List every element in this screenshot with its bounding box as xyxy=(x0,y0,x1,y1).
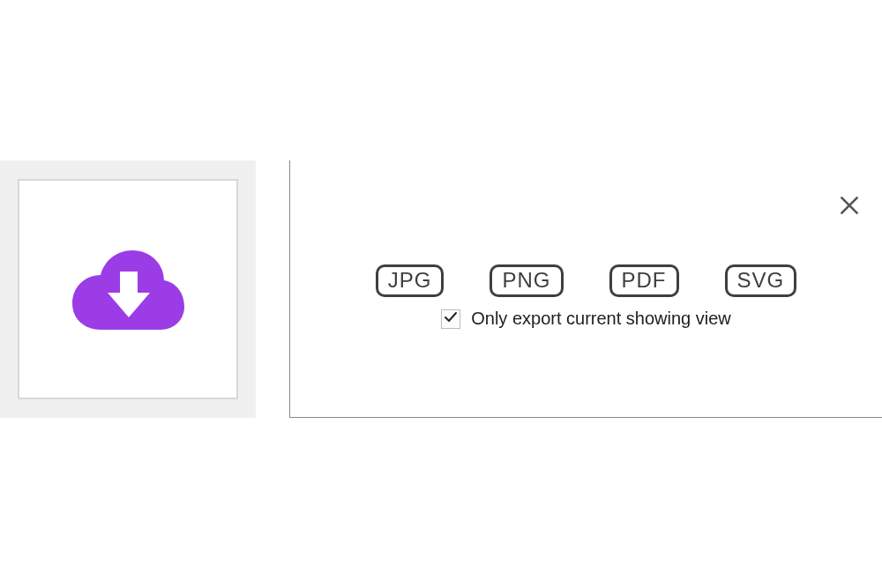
export-format-svg[interactable]: SVG xyxy=(725,264,797,297)
export-format-png[interactable]: PNG xyxy=(490,264,563,297)
export-format-pdf[interactable]: PDF xyxy=(609,264,679,297)
close-button[interactable] xyxy=(836,194,863,220)
download-tile-area xyxy=(0,160,256,418)
cloud-download-icon xyxy=(69,243,188,335)
only-current-view-checkbox[interactable] xyxy=(441,309,460,329)
export-format-jpg[interactable]: JPG xyxy=(376,264,445,297)
download-button[interactable] xyxy=(18,179,238,399)
checkmark-icon xyxy=(444,310,458,328)
export-format-row: JPG PNG PDF SVG xyxy=(290,264,882,297)
only-current-view-label: Only export current showing view xyxy=(471,309,731,329)
only-current-view-row: Only export current showing view xyxy=(290,309,882,329)
export-panel: JPG PNG PDF SVG Only export current show… xyxy=(289,160,882,418)
close-icon xyxy=(838,194,861,220)
